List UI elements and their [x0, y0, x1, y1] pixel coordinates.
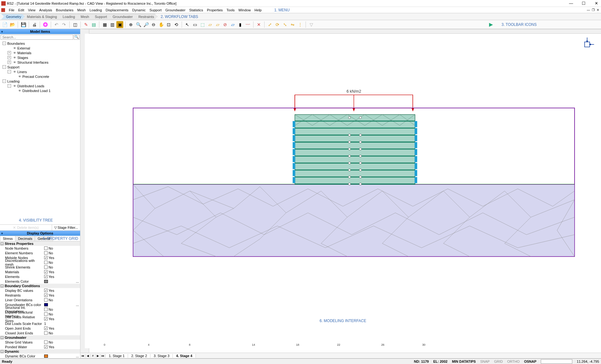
- ellipsis-button[interactable]: ...: [76, 280, 80, 283]
- menu-view[interactable]: View: [26, 8, 38, 13]
- ellipsis-button[interactable]: ...: [76, 303, 80, 307]
- tree-node[interactable]: -Boundaries: [1, 41, 79, 46]
- visibility-eye-icon[interactable]: 👁: [12, 61, 17, 64]
- model-canvas[interactable]: 6 kN/m2: [85, 34, 601, 348]
- stage-num-icon[interactable]: #: [90, 354, 96, 357]
- stage-tab[interactable]: 1. Stage 1: [106, 354, 128, 358]
- add-excavation-icon[interactable]: ▱: [214, 21, 221, 28]
- visibility-eye-icon[interactable]: 👁: [12, 84, 17, 88]
- compute-icon[interactable]: ▶: [487, 21, 494, 28]
- stage-tab[interactable]: 3. Stage 3: [150, 354, 173, 358]
- reinforced-ramp[interactable]: [293, 114, 417, 185]
- zoom-out-icon[interactable]: 🔎: [143, 21, 149, 28]
- prop-row[interactable]: Open Joint Ends✓Yes: [0, 326, 80, 331]
- group-collapse-icon[interactable]: -: [1, 336, 3, 339]
- select-icon[interactable]: ↖: [184, 21, 191, 28]
- wand-icon[interactable]: ✎: [83, 21, 90, 28]
- rotate-icon[interactable]: ⟳: [274, 21, 281, 28]
- prop-row[interactable]: Discretizations with meshNo: [0, 260, 80, 265]
- menu-support[interactable]: Support: [148, 8, 164, 13]
- tree-expand-icon[interactable]: -: [3, 42, 6, 45]
- stage-tab[interactable]: 4. Stage 4: [173, 354, 195, 358]
- workflow-tab-loading[interactable]: Loading: [58, 14, 79, 20]
- stage-filter-button[interactable]: ▽Stage Filter...: [52, 225, 80, 230]
- pan-icon[interactable]: ✋: [158, 21, 165, 28]
- mdi-close-icon[interactable]: ✕: [597, 8, 599, 12]
- workflow-tab-support[interactable]: Support: [90, 14, 111, 20]
- status-min-datatips[interactable]: MIN DATATIPS: [452, 360, 476, 363]
- menu-dynamic[interactable]: Dynamic: [130, 8, 148, 13]
- tree-node[interactable]: +👁Materials: [1, 50, 79, 55]
- color-swatch[interactable]: [44, 303, 48, 306]
- results-icon[interactable]: ▣: [116, 21, 123, 28]
- visibility-eye-icon[interactable]: 👁: [12, 70, 17, 73]
- mirror-icon[interactable]: ⇋: [289, 21, 296, 28]
- group-collapse-icon[interactable]: -: [1, 242, 3, 245]
- menu-tools[interactable]: Tools: [225, 8, 236, 13]
- tree-node[interactable]: -Support: [1, 65, 79, 69]
- checkbox[interactable]: [44, 340, 48, 344]
- add-piezo-icon[interactable]: ▱: [229, 21, 236, 28]
- workflow-tab-geometry[interactable]: Geometry: [1, 14, 25, 20]
- visibility-eye-icon[interactable]: 👁: [17, 75, 22, 78]
- tree-node[interactable]: +👁Stages: [1, 55, 79, 60]
- checkbox[interactable]: [44, 308, 48, 311]
- checkbox[interactable]: [44, 261, 48, 264]
- zoom-window-icon[interactable]: ⊖: [150, 21, 157, 28]
- layers-icon[interactable]: ▮: [237, 21, 244, 28]
- workflow-tab-restraints[interactable]: Restraints: [134, 14, 158, 20]
- menu-displacements[interactable]: Displacements: [104, 8, 130, 13]
- prop-row[interactable]: Show Grid ValuesNo: [0, 340, 80, 344]
- checkbox[interactable]: ✓: [44, 270, 48, 274]
- print-icon[interactable]: 🖨: [31, 21, 38, 28]
- redo-icon[interactable]: ↷: [61, 21, 67, 28]
- menu-edit[interactable]: Edit: [16, 8, 26, 13]
- prop-row[interactable]: Display BC values✓Yes: [0, 288, 80, 293]
- menu-mesh[interactable]: Mesh: [75, 8, 88, 13]
- prop-row[interactable]: Restraints✓Yes: [0, 293, 80, 298]
- prop-row[interactable]: Node NumbersNo: [0, 246, 80, 251]
- tree-expand-icon[interactable]: +: [8, 61, 11, 64]
- undo-icon[interactable]: ↶: [53, 21, 60, 28]
- rect-select-icon[interactable]: ▭: [191, 21, 198, 28]
- stage-next-icon[interactable]: ▶: [96, 354, 101, 357]
- menu-loading[interactable]: Loading: [88, 8, 104, 13]
- checkbox[interactable]: ✓: [44, 256, 48, 259]
- table-icon[interactable]: ▥: [109, 21, 116, 28]
- prop-group[interactable]: -Boundary Conditions: [0, 284, 80, 288]
- checkbox[interactable]: ✓: [44, 293, 48, 297]
- stage-last-icon[interactable]: ⏭: [101, 354, 106, 357]
- checkbox[interactable]: ✓: [44, 326, 48, 330]
- prop-group[interactable]: -Groundwater: [0, 335, 80, 340]
- app-window-icon[interactable]: ▤: [90, 21, 97, 28]
- save-icon[interactable]: 💾: [20, 21, 27, 28]
- zoom-previous-icon[interactable]: ⟲: [173, 21, 180, 28]
- tree-node[interactable]: -👁Distributed Loads: [1, 84, 79, 88]
- tree-node[interactable]: 👁Precast Concrete: [1, 74, 79, 79]
- menu-window[interactable]: Window: [236, 8, 253, 13]
- prop-row[interactable]: Dist Loads Relative Sizes✓Yes: [0, 316, 80, 321]
- tree-expand-icon[interactable]: -: [3, 65, 6, 69]
- color-wheel-icon[interactable]: [42, 21, 49, 28]
- group-collapse-icon[interactable]: -: [1, 285, 3, 287]
- prop-row[interactable]: Closed Joint EndsNo: [0, 331, 80, 335]
- contour-icon[interactable]: 〰: [244, 21, 251, 28]
- grid-icon[interactable]: ▦: [101, 21, 108, 28]
- checkbox[interactable]: [44, 312, 48, 316]
- zoom-extents-icon[interactable]: ⊕: [127, 21, 134, 28]
- viewport[interactable]: 6 kN/m2: [85, 34, 601, 348]
- tree-node[interactable]: +👁Structural Interfaces: [1, 60, 79, 65]
- prop-row[interactable]: Elements Color...: [0, 279, 80, 284]
- scale-icon[interactable]: ⤡: [282, 21, 289, 28]
- split-view-icon[interactable]: ◫: [72, 21, 79, 28]
- menu-analysis[interactable]: Analysis: [37, 8, 54, 13]
- prop-row[interactable]: Shrink ElementsNo: [0, 265, 80, 269]
- tree-expand-icon[interactable]: -: [8, 70, 11, 73]
- visibility-eye-icon[interactable]: 👁: [12, 51, 17, 55]
- prop-row[interactable]: Liner OrientationsNo: [0, 298, 80, 302]
- property-grid[interactable]: -Stress PropertiesNode NumbersNoElement …: [0, 241, 80, 358]
- checkbox[interactable]: ✓: [44, 275, 48, 278]
- prop-group[interactable]: -Stress Properties: [0, 241, 80, 246]
- checkbox[interactable]: [44, 298, 48, 302]
- add-material-icon[interactable]: ▱: [207, 21, 213, 28]
